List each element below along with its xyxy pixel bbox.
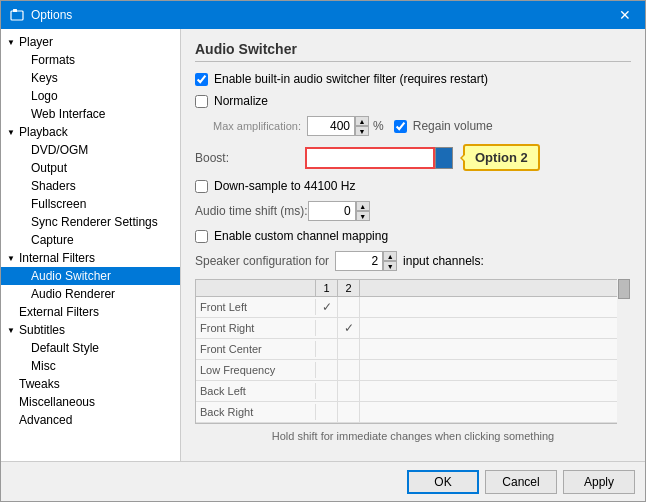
grid-label: Low Frequency bbox=[196, 362, 316, 378]
regain-label: Regain volume bbox=[413, 119, 493, 133]
normalize-row: Normalize bbox=[195, 94, 631, 108]
apply-button[interactable]: Apply bbox=[563, 470, 635, 494]
sidebar-item-internal-filters[interactable]: ▼ Internal Filters bbox=[1, 249, 180, 267]
expand-icon bbox=[17, 270, 29, 282]
grid-row-low-freq[interactable]: Low Frequency bbox=[196, 360, 630, 381]
enable-builtin-label: Enable built-in audio switcher filter (r… bbox=[214, 72, 488, 86]
max-amp-spinner: ▲ ▼ % bbox=[307, 116, 384, 136]
grid-cell-2[interactable] bbox=[338, 360, 360, 380]
grid-row-front-left-center[interactable]: Front Left of Center bbox=[196, 423, 630, 424]
sidebar-item-output[interactable]: Output bbox=[1, 159, 180, 177]
window-icon bbox=[9, 7, 25, 23]
close-button[interactable]: ✕ bbox=[613, 5, 637, 25]
sidebar-item-dvd-ogm[interactable]: DVD/OGM bbox=[1, 141, 180, 159]
sidebar-item-keys[interactable]: Keys bbox=[1, 69, 180, 87]
grid-cell-1[interactable] bbox=[316, 360, 338, 380]
grid-cell-2[interactable]: ✓ bbox=[338, 318, 360, 338]
audio-shift-input[interactable] bbox=[308, 201, 356, 221]
grid-row-back-left[interactable]: Back Left bbox=[196, 381, 630, 402]
grid-cell-2[interactable] bbox=[338, 297, 360, 317]
sidebar-item-player[interactable]: ▼ Player bbox=[1, 33, 180, 51]
expand-icon bbox=[17, 288, 29, 300]
cancel-button[interactable]: Cancel bbox=[485, 470, 557, 494]
max-amp-input[interactable] bbox=[307, 116, 355, 136]
sidebar-item-audio-renderer[interactable]: Audio Renderer bbox=[1, 285, 180, 303]
grid-label: Back Left bbox=[196, 383, 316, 399]
regain-volume-checkbox[interactable] bbox=[394, 120, 407, 133]
speaker-config-down[interactable]: ▼ bbox=[383, 261, 397, 271]
sidebar-item-advanced[interactable]: Advanced bbox=[1, 411, 180, 429]
sidebar-item-shaders[interactable]: Shaders bbox=[1, 177, 180, 195]
grid-cell-1[interactable] bbox=[316, 423, 338, 424]
expand-icon bbox=[5, 414, 17, 426]
grid-label: Front Center bbox=[196, 341, 316, 357]
audio-shift-up[interactable]: ▲ bbox=[356, 201, 370, 211]
speaker-config-up[interactable]: ▲ bbox=[383, 251, 397, 261]
sidebar-item-subtitles[interactable]: ▼ Subtitles bbox=[1, 321, 180, 339]
enable-builtin-checkbox[interactable] bbox=[195, 73, 208, 86]
sidebar-label: Capture bbox=[31, 233, 74, 247]
grid-cell-1[interactable] bbox=[316, 339, 338, 359]
expand-icon bbox=[17, 144, 29, 156]
title-bar: Options ✕ bbox=[1, 1, 645, 29]
sidebar-label: Misc bbox=[31, 359, 56, 373]
sidebar-item-playback[interactable]: ▼ Playback bbox=[1, 123, 180, 141]
normalize-checkbox[interactable] bbox=[195, 95, 208, 108]
sidebar-item-formats[interactable]: Formats bbox=[1, 51, 180, 69]
grid-cell-2[interactable] bbox=[338, 339, 360, 359]
sidebar-item-web-interface[interactable]: Web Interface bbox=[1, 105, 180, 123]
max-amp-down[interactable]: ▼ bbox=[355, 126, 369, 136]
max-amp-spinbtns: ▲ ▼ bbox=[355, 116, 369, 136]
sidebar-item-capture[interactable]: Capture bbox=[1, 231, 180, 249]
grid-row-front-center[interactable]: Front Center bbox=[196, 339, 630, 360]
boost-label: Boost: bbox=[195, 151, 305, 165]
sidebar: ▼ Player Formats Keys Logo Web Interface bbox=[1, 29, 181, 461]
sidebar-item-default-style[interactable]: Default Style bbox=[1, 339, 180, 357]
sidebar-item-fullscreen[interactable]: Fullscreen bbox=[1, 195, 180, 213]
grid-row-front-left[interactable]: Front Left ✓ bbox=[196, 297, 630, 318]
sidebar-item-misc[interactable]: Misc bbox=[1, 357, 180, 375]
audio-shift-label: Audio time shift (ms): bbox=[195, 204, 308, 218]
sidebar-item-tweaks[interactable]: Tweaks bbox=[1, 375, 180, 393]
grid-cell-1[interactable]: ✓ bbox=[316, 297, 338, 317]
content-area: ▼ Player Formats Keys Logo Web Interface bbox=[1, 29, 645, 461]
sidebar-item-audio-switcher[interactable]: Audio Switcher bbox=[1, 267, 180, 285]
sidebar-item-miscellaneous[interactable]: Miscellaneous bbox=[1, 393, 180, 411]
speaker-config-input[interactable] bbox=[335, 251, 383, 271]
sidebar-item-logo[interactable]: Logo bbox=[1, 87, 180, 105]
grid-cell-2[interactable] bbox=[338, 381, 360, 401]
grid-cell-2[interactable] bbox=[338, 423, 360, 424]
custom-channel-checkbox[interactable] bbox=[195, 230, 208, 243]
window-title: Options bbox=[31, 8, 613, 22]
ok-button[interactable]: OK bbox=[407, 470, 479, 494]
expand-icon: ▼ bbox=[5, 126, 17, 138]
grid-cell-2[interactable] bbox=[338, 402, 360, 422]
sidebar-label: Output bbox=[31, 161, 67, 175]
grid-row-front-right[interactable]: Front Right ✓ bbox=[196, 318, 630, 339]
scrollbar[interactable] bbox=[617, 279, 631, 424]
expand-icon bbox=[17, 360, 29, 372]
grid-cell-1[interactable] bbox=[316, 402, 338, 422]
boost-color-button[interactable] bbox=[435, 147, 453, 169]
speaker-config-spinner: ▲ ▼ bbox=[335, 251, 397, 271]
downsample-checkbox[interactable] bbox=[195, 180, 208, 193]
max-amp-up[interactable]: ▲ bbox=[355, 116, 369, 126]
expand-icon bbox=[17, 54, 29, 66]
sidebar-label: Player bbox=[19, 35, 53, 49]
grid-cell-1[interactable] bbox=[316, 381, 338, 401]
scrollbar-thumb[interactable] bbox=[618, 279, 630, 299]
grid-cell-1[interactable] bbox=[316, 318, 338, 338]
audio-shift-down[interactable]: ▼ bbox=[356, 211, 370, 221]
boost-input[interactable] bbox=[305, 147, 435, 169]
sidebar-label: Advanced bbox=[19, 413, 72, 427]
sidebar-label: Shaders bbox=[31, 179, 76, 193]
grid-row-back-right[interactable]: Back Right bbox=[196, 402, 630, 423]
sidebar-label: Subtitles bbox=[19, 323, 65, 337]
sidebar-label: Playback bbox=[19, 125, 68, 139]
sidebar-item-external-filters[interactable]: External Filters bbox=[1, 303, 180, 321]
expand-icon bbox=[17, 90, 29, 102]
sidebar-item-sync-renderer[interactable]: Sync Renderer Settings bbox=[1, 213, 180, 231]
speaker-grid[interactable]: 1 2 Front Left ✓ Front Right bbox=[195, 279, 631, 424]
speaker-config-row: Speaker configuration for ▲ ▼ input chan… bbox=[195, 251, 631, 271]
expand-icon: ▼ bbox=[5, 36, 17, 48]
